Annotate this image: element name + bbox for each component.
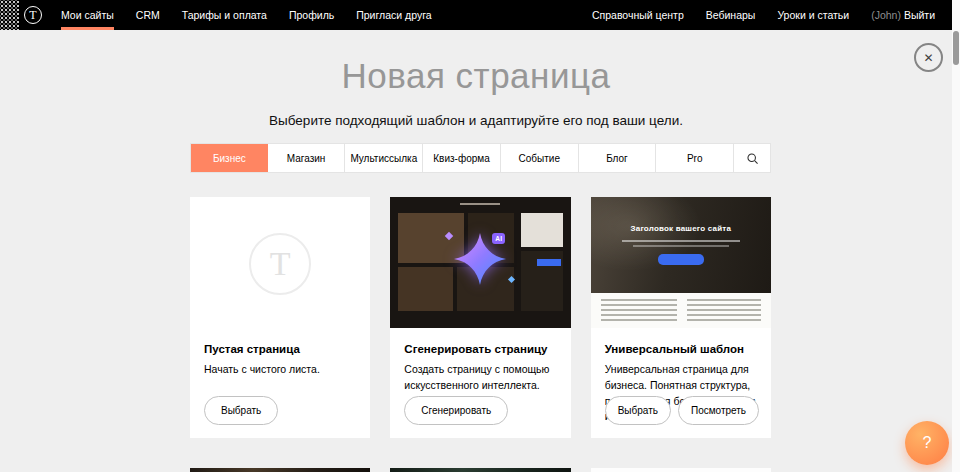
card-description: Создать страницу с помощью искусственног… (404, 362, 556, 394)
sparkle-accent-icon (508, 276, 515, 283)
card-title: Сгенерировать страницу (404, 343, 556, 355)
card-body: Сгенерировать страницу Создать страницу … (390, 328, 570, 394)
search-icon (746, 152, 759, 165)
topbar: T Мои сайты CRM Тарифы и оплата Профиль … (0, 0, 952, 30)
tilda-watermark-letter: T (270, 245, 291, 283)
card-actions: Сгенерировать (404, 396, 508, 425)
page-subtitle: Выберите подходящий шаблон и адаптируйте… (0, 113, 952, 128)
nav-tariffs-payment[interactable]: Тарифы и оплата (171, 0, 278, 30)
tab-search[interactable] (734, 144, 770, 172)
scrollbar[interactable] (952, 0, 960, 472)
nav-my-sites[interactable]: Мои сайты (50, 0, 125, 30)
thumbnail-text-section (591, 293, 771, 328)
tab-business[interactable]: Бизнес (191, 144, 268, 172)
template-card-partial[interactable] (390, 468, 570, 472)
tab-pro[interactable]: Pro (656, 144, 734, 172)
tilda-logo[interactable]: T (24, 6, 42, 24)
card-description: Начать с чистого листа. (204, 362, 356, 378)
scrollbar-thumb[interactable] (953, 31, 959, 65)
generate-template-thumbnail[interactable]: AI (390, 197, 570, 328)
card-body: Пустая страница Начать с чистого листа. (190, 328, 370, 378)
nav-invite-friend[interactable]: Пригласи друга (345, 0, 442, 30)
generate-button[interactable]: Сгенерировать (404, 396, 508, 425)
sparkle-accent-icon (445, 232, 453, 240)
thumbnail-cta-button (658, 254, 704, 265)
tab-multilink[interactable]: Мультиссылка (345, 144, 423, 172)
thumbnail-hero-heading: Заголовок вашего сайта (591, 197, 771, 233)
preview-universal-button[interactable]: Посмотреть (678, 396, 759, 425)
nav-lessons-articles[interactable]: Уроки и статьи (766, 0, 860, 30)
logout-label: Выйти (904, 9, 935, 21)
template-category-tabs: Бизнес Магазин Мультиссылка Квиз-форма С… (190, 143, 771, 173)
card-universal-template: Заголовок вашего сайта Универсальный шаб… (591, 197, 771, 438)
secondary-nav: Справочный центр Вебинары Уроки и статьи… (581, 0, 952, 30)
select-blank-button[interactable]: Выбрать (204, 396, 278, 425)
card-actions: Выбрать Посмотреть (605, 396, 759, 425)
tilda-logo-letter: T (29, 8, 36, 23)
question-mark-label: ? (923, 434, 932, 452)
card-title: Универсальный шаблон (605, 343, 757, 355)
nav-help-center[interactable]: Справочный центр (581, 0, 695, 30)
tab-blog[interactable]: Блог (579, 144, 657, 172)
tilda-watermark-icon: T (249, 233, 311, 295)
help-button[interactable]: ? (905, 421, 949, 465)
nav-webinars[interactable]: Вебинары (695, 0, 767, 30)
main-nav: Мои сайты CRM Тарифы и оплата Профиль Пр… (50, 0, 443, 30)
card-title: Пустая страница (204, 343, 356, 355)
tab-shop[interactable]: Магазин (268, 144, 346, 172)
tab-event[interactable]: Событие (501, 144, 579, 172)
tilda-pattern-decoration (0, 0, 19, 30)
template-card-partial[interactable] (190, 468, 370, 472)
select-universal-button[interactable]: Выбрать (605, 396, 671, 425)
nav-profile[interactable]: Профиль (278, 0, 345, 30)
blank-template-thumbnail[interactable]: T (190, 197, 370, 328)
ai-badge: AI (492, 233, 505, 244)
template-grid-next-row (190, 468, 771, 472)
card-generate-page: AI Сгенерировать страницу Создать страни… (390, 197, 570, 438)
user-name: (John) (871, 9, 901, 21)
nav-crm[interactable]: CRM (125, 0, 171, 30)
thumbnail-hero-section: Заголовок вашего сайта (591, 197, 771, 293)
template-grid: T Пустая страница Начать с чистого листа… (190, 197, 771, 438)
card-actions: Выбрать (204, 396, 278, 425)
logout-button[interactable]: (John)Выйти (860, 0, 946, 30)
tab-quiz-form[interactable]: Квиз-форма (423, 144, 501, 172)
universal-template-thumbnail[interactable]: Заголовок вашего сайта (591, 197, 771, 328)
page-title: Новая страница (0, 56, 952, 96)
card-blank-page: T Пустая страница Начать с чистого листа… (190, 197, 370, 438)
template-card-partial[interactable] (591, 468, 771, 472)
